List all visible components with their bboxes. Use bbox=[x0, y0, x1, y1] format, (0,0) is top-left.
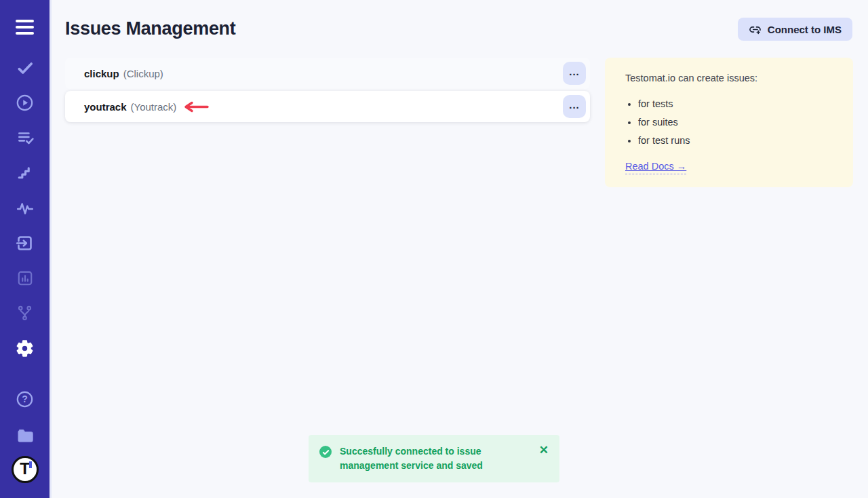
info-panel-list: for tests for suites for test runs bbox=[625, 98, 833, 146]
info-panel-item: for suites bbox=[638, 117, 833, 128]
branch-icon bbox=[16, 305, 33, 322]
sidebar-item-plans[interactable] bbox=[0, 120, 50, 155]
info-panel-item: for tests bbox=[638, 98, 833, 109]
testomat-logo-icon: T bbox=[12, 456, 39, 483]
help-icon: ? bbox=[16, 390, 34, 408]
sidebar-item-branches[interactable] bbox=[0, 296, 50, 331]
ims-name: clickup bbox=[84, 68, 119, 79]
sidebar-item-import[interactable] bbox=[0, 225, 50, 261]
steps-icon bbox=[16, 164, 33, 181]
sidebar-item-help[interactable]: ? bbox=[0, 382, 50, 417]
info-panel-item: for test runs bbox=[638, 135, 833, 146]
sidebar-item-tests[interactable] bbox=[0, 50, 50, 85]
info-panel-intro: Testomat.io can create issues: bbox=[625, 73, 833, 83]
success-toast: Succesfully connected to issue managemen… bbox=[309, 435, 559, 482]
row-menu-button[interactable]: ... bbox=[563, 95, 586, 118]
activity-icon bbox=[16, 199, 34, 217]
sidebar-bottom-nav: ? T bbox=[0, 382, 50, 487]
sidebar-item-milestones[interactable] bbox=[0, 155, 50, 191]
bar-chart-icon bbox=[16, 269, 34, 287]
info-panel: Testomat.io can create issues: for tests… bbox=[605, 58, 853, 187]
play-circle-icon bbox=[16, 94, 34, 112]
sidebar-item-projects[interactable] bbox=[0, 417, 50, 453]
ims-list: clickup (Clickup) ... youtrack (Youtrack… bbox=[65, 58, 590, 124]
list-check-icon bbox=[16, 129, 34, 147]
row-menu-button[interactable]: ... bbox=[563, 62, 586, 85]
import-icon bbox=[16, 234, 34, 252]
page-title: Issues Management bbox=[65, 18, 236, 39]
sidebar-item-settings[interactable] bbox=[0, 331, 50, 366]
toast-close-icon[interactable]: ✕ bbox=[539, 444, 549, 456]
toast-message: Succesfully connected to issue managemen… bbox=[340, 444, 535, 473]
connect-button-label: Connect to IMS bbox=[768, 24, 842, 35]
sidebar-item-reports[interactable] bbox=[0, 261, 50, 296]
check-icon bbox=[16, 59, 34, 77]
sidebar-nav bbox=[0, 50, 50, 366]
ims-row-clickup[interactable]: clickup (Clickup) ... bbox=[65, 58, 590, 89]
ims-row-youtrack[interactable]: youtrack (Youtrack) ... bbox=[65, 91, 590, 122]
sidebar-item-runs[interactable] bbox=[0, 85, 50, 121]
menu-icon[interactable] bbox=[16, 20, 34, 35]
success-check-icon bbox=[319, 446, 332, 458]
ims-vendor: (Youtrack) bbox=[131, 101, 177, 113]
read-docs-link[interactable]: Read Docs → bbox=[625, 161, 686, 174]
add-link-icon bbox=[749, 23, 762, 36]
settings-gear-icon bbox=[15, 339, 35, 358]
svg-text:?: ? bbox=[22, 394, 28, 405]
folder-icon bbox=[16, 425, 35, 444]
red-annotation-arrow-icon bbox=[183, 101, 209, 113]
sidebar: ? T bbox=[0, 0, 52, 498]
logo-tick bbox=[29, 461, 32, 468]
connect-to-ims-button[interactable]: Connect to IMS bbox=[738, 18, 852, 41]
ims-vendor: (Clickup) bbox=[123, 68, 163, 79]
ims-name: youtrack bbox=[84, 101, 127, 113]
sidebar-logo[interactable]: T bbox=[0, 452, 50, 487]
sidebar-item-analytics[interactable] bbox=[0, 191, 50, 226]
